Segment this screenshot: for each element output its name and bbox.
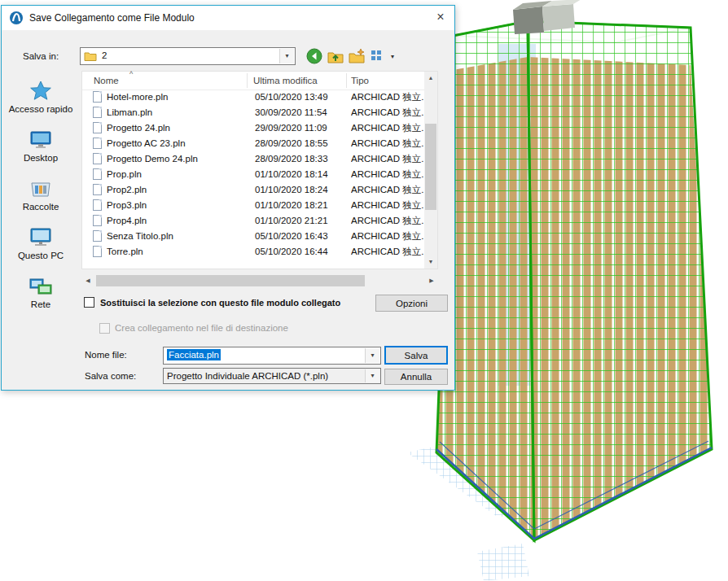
sidebar-item-label: Accesso rapido [5,104,77,114]
scroll-up-icon[interactable]: ▲ [424,72,437,85]
ground-grid-patch [477,544,529,581]
network-icon [29,274,53,299]
column-header-type[interactable]: Tipo [351,76,369,85]
file-modified: 30/09/2020 11:54 [255,105,327,120]
scrollbar-thumb[interactable] [96,275,365,286]
file-rows: Hotel-more.pln05/10/2020 13:49ARCHICAD 独… [82,90,426,260]
scroll-left-icon[interactable]: ◀ [81,274,94,287]
chevron-down-icon[interactable]: ▾ [365,369,379,382]
cancel-button[interactable]: Annulla [384,369,448,385]
file-icon [93,168,102,180]
save-as-type-select[interactable]: Progetto Individuale ARCHICAD (*.pln) ▾ [163,368,381,384]
options-button[interactable]: Opzioni [375,295,448,312]
view-menu-button[interactable]: ▾ [368,47,393,65]
column-divider[interactable] [247,73,248,88]
table-row[interactable]: Prop4.pln01/10/2020 21:21ARCHICAD 独立... [82,213,426,229]
file-modified: 29/09/2020 11:09 [255,120,327,136]
computer-icon [29,225,53,250]
file-modified: 01/10/2020 18:24 [255,182,328,198]
file-type: ARCHICAD 独立... [351,167,424,182]
table-row[interactable]: Prop2.pln01/10/2020 18:24ARCHICAD 独立... [82,182,426,198]
sidebar-item-libraries[interactable]: Raccolte [5,177,77,212]
file-list: ^ Nome Ultima modifica Tipo Hotel-more.p… [81,71,438,269]
file-icon [93,122,102,133]
horizontal-scrollbar[interactable]: ◀ ▶ [81,274,438,287]
save-as-type-value: Progetto Individuale ARCHICAD (*.pln) [167,371,328,381]
filename-label: Nome file: [85,350,127,360]
archicad-icon [9,11,24,25]
column-header-name[interactable]: Nome [94,76,119,85]
sidebar-item-label: Questo PC [5,251,77,260]
file-modified: 01/10/2020 21:21 [255,213,328,229]
table-row[interactable]: Prop3.pln01/10/2020 18:21ARCHICAD 独立... [82,198,426,213]
table-row[interactable]: Prop.pln01/10/2020 18:14ARCHICAD 独立... [82,167,426,182]
file-modified: 01/10/2020 18:14 [255,167,328,182]
sidebar-item-label: Raccolte [5,202,77,212]
current-folder: 2 [102,50,107,60]
scroll-down-icon[interactable]: ▼ [424,256,437,269]
file-name: Libman.pln [107,105,152,120]
sidebar-item-network[interactable]: Rete [5,274,77,309]
file-modified: 05/10/2020 16:44 [255,244,328,260]
file-type: ARCHICAD 独立... [351,198,424,213]
filename-input[interactable]: Facciata.pln ▾ [163,347,381,365]
filename-value: Facciata.pln [167,350,221,360]
file-name: Progetto Demo 24.pln [107,151,198,167]
table-row[interactable]: Hotel-more.pln05/10/2020 13:49ARCHICAD 独… [82,90,426,105]
scrollbar-thumb[interactable] [425,124,436,210]
titlebar[interactable]: Save Collegamento come File Modulo × [2,6,454,30]
file-modified: 05/10/2020 16:43 [255,229,328,244]
table-row[interactable]: Progetto AC 23.pln28/09/2020 18:55ARCHIC… [82,136,426,151]
file-modified: 05/10/2020 13:49 [255,90,328,105]
folder-select[interactable]: 2 ▾ [80,47,296,65]
file-name: Prop2.pln [107,182,147,198]
save-button[interactable]: Salva [384,346,448,365]
sidebar-item-label: Desktop [5,153,77,163]
file-modified: 01/10/2020 18:21 [255,198,328,213]
new-folder-button[interactable] [347,47,366,65]
back-button[interactable] [305,47,324,65]
close-icon[interactable]: × [427,6,454,30]
file-icon [93,153,102,164]
chevron-down-icon: ▾ [391,53,394,60]
chevron-down-icon[interactable]: ▾ [365,348,379,363]
scroll-right-icon[interactable]: ▶ [425,274,438,287]
replace-selection-label: Sostituisci la selezione con questo file… [100,298,340,308]
libraries-icon [29,177,53,201]
table-row[interactable]: Progetto Demo 24.pln28/09/2020 18:33ARCH… [82,151,426,167]
file-name: Progetto AC 23.pln [107,136,186,151]
sidebar-item-desktop[interactable]: Desktop [5,128,77,163]
table-row[interactable]: Progetto 24.pln29/09/2020 11:09ARCHICAD … [82,120,426,136]
sidebar-item-quick-access[interactable]: Accesso rapido [5,79,77,114]
table-row[interactable]: Libman.pln30/09/2020 11:54ARCHICAD 独立... [82,105,426,120]
file-name: Prop.pln [107,167,142,182]
file-name: Prop4.pln [107,213,147,229]
up-one-level-button[interactable] [326,47,345,65]
file-name: Hotel-more.pln [107,90,168,105]
chevron-down-icon[interactable]: ▾ [279,49,294,63]
column-divider[interactable] [346,73,347,88]
file-name: Senza Titolo.pln [107,229,173,244]
create-link-checkbox [99,323,110,334]
file-icon [93,246,102,257]
table-row[interactable]: Senza Titolo.pln05/10/2020 16:43ARCHICAD… [82,229,426,244]
file-type: ARCHICAD 独立... [351,244,424,260]
create-link-label: Crea collegamento nel file di destinazio… [115,323,288,333]
file-icon [93,184,102,195]
salva-in-label: Salva in: [23,51,59,61]
star-icon [29,79,53,103]
sidebar-item-this-pc[interactable]: Questo PC [5,225,77,260]
file-type: ARCHICAD 独立... [351,90,424,105]
file-type: ARCHICAD 独立... [351,136,424,151]
file-type: ARCHICAD 独立... [351,151,424,167]
file-type: ARCHICAD 独立... [351,182,424,198]
list-header: ^ Nome Ultima modifica Tipo [82,72,426,90]
file-icon [93,230,102,242]
replace-selection-checkbox[interactable] [84,297,94,308]
sidebar-item-label: Rete [5,299,77,309]
table-row[interactable]: Torre.pln05/10/2020 16:44ARCHICAD 独立... [82,244,426,260]
folder-icon [84,50,97,62]
file-name: Progetto 24.pln [107,120,170,136]
vertical-scrollbar[interactable]: ▲ ▼ [424,72,437,269]
column-header-modified[interactable]: Ultima modifica [253,76,318,85]
